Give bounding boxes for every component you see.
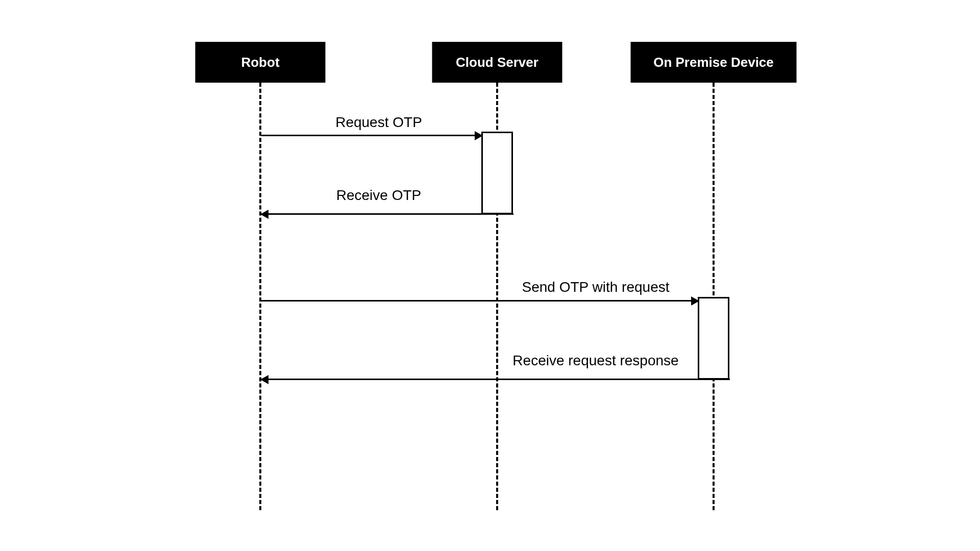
participant-cloud-server: Cloud Server: [432, 42, 562, 83]
activation-on-premise-device: [698, 297, 729, 380]
sequence-diagram: Robot Cloud Server On Premise Device Req…: [0, 0, 980, 551]
label-request-otp: Request OTP: [335, 114, 422, 133]
lifeline-robot: [259, 83, 261, 510]
message-request-otp: [261, 135, 482, 136]
message-receive-otp: [261, 213, 513, 215]
message-receive-request-response: [261, 379, 730, 380]
activation-cloud-server: [481, 132, 513, 214]
label-receive-otp: Receive OTP: [336, 187, 422, 206]
participant-robot: Robot: [195, 42, 326, 83]
label-receive-request-response: Receive request response: [512, 353, 678, 371]
participant-on-premise-device: On Premise Device: [631, 42, 797, 83]
label-send-otp-with-request: Send OTP with request: [522, 279, 670, 297]
lifeline-on-premise-device: [713, 83, 715, 510]
message-send-otp-with-request: [261, 300, 698, 302]
